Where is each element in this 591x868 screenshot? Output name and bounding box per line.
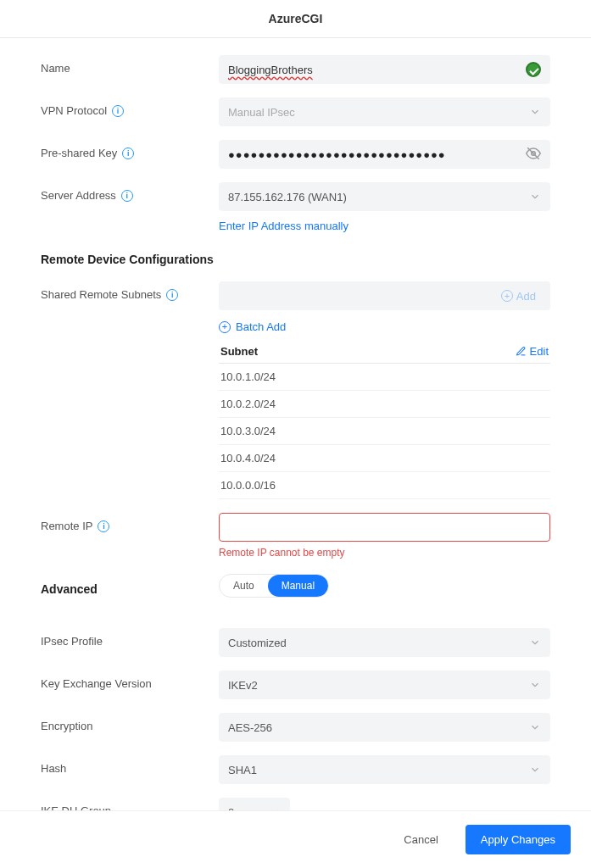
subnet-item: 10.0.2.0/24: [219, 391, 550, 418]
label-ipsec-profile: IPsec Profile: [41, 628, 219, 648]
edit-subnets-link[interactable]: Edit: [516, 345, 549, 358]
toggle-manual[interactable]: Manual: [268, 575, 328, 597]
encryption-select[interactable]: AES-256: [219, 713, 550, 742]
vpn-protocol-value: Manual IPsec: [228, 106, 529, 119]
info-icon[interactable]: i: [112, 105, 124, 117]
server-address-value: 87.155.162.176 (WAN1): [228, 191, 529, 203]
shared-subnet-input[interactable]: + Add: [219, 281, 550, 310]
remote-ip-error: Remote IP cannot be empty: [219, 547, 550, 559]
status-ok-icon: [526, 62, 541, 77]
info-icon[interactable]: i: [98, 520, 109, 532]
remote-ip-input[interactable]: [219, 513, 550, 542]
chevron-down-icon: [529, 764, 541, 776]
label-name: Name: [41, 55, 219, 75]
key-exchange-select[interactable]: IKEv2: [219, 670, 550, 699]
subnet-item: 10.0.4.0/24: [219, 445, 550, 472]
vpn-protocol-select[interactable]: Manual IPsec: [219, 97, 550, 126]
name-value: BloggingBrothers: [228, 64, 526, 76]
manual-ip-link[interactable]: Enter IP Address manually: [219, 220, 348, 232]
toggle-auto[interactable]: Auto: [220, 575, 268, 597]
eye-off-icon[interactable]: [526, 146, 541, 164]
label-key-exchange: Key Exchange Version: [41, 670, 219, 690]
info-icon[interactable]: i: [121, 190, 133, 202]
chevron-down-icon: [529, 106, 541, 118]
batch-add-link[interactable]: Batch Add: [236, 320, 286, 333]
page-title: AzureCGI: [0, 0, 591, 38]
label-psk: Pre-shared Key: [41, 147, 117, 159]
subnet-item: 10.0.1.0/24: [219, 364, 550, 391]
info-icon[interactable]: i: [122, 147, 134, 159]
server-address-select[interactable]: 87.155.162.176 (WAN1): [219, 182, 550, 211]
psk-input[interactable]: ●●●●●●●●●●●●●●●●●●●●●●●●●●●●●: [219, 140, 550, 169]
label-encryption: Encryption: [41, 713, 219, 732]
subnet-col-header: Subnet: [220, 345, 258, 358]
subnet-item: 10.0.0.0/16: [219, 472, 550, 499]
label-hash: Hash: [41, 755, 219, 775]
plus-icon: +: [501, 290, 513, 302]
chevron-down-icon: [529, 679, 541, 691]
label-vpn-protocol: VPN Protocol: [41, 104, 107, 117]
footer-actions: Cancel Apply Changes: [0, 810, 591, 868]
cancel-button[interactable]: Cancel: [393, 825, 448, 854]
section-advanced-title: Advanced: [41, 576, 219, 596]
ipsec-profile-select[interactable]: Customized: [219, 628, 550, 657]
info-icon[interactable]: i: [166, 289, 178, 301]
apply-button[interactable]: Apply Changes: [466, 825, 571, 854]
hash-select[interactable]: SHA1: [219, 755, 550, 784]
name-input[interactable]: BloggingBrothers: [219, 55, 550, 84]
psk-value: ●●●●●●●●●●●●●●●●●●●●●●●●●●●●●: [228, 148, 526, 161]
plus-icon: +: [219, 321, 231, 333]
add-subnet-button: + Add: [501, 290, 541, 303]
advanced-mode-toggle[interactable]: Auto Manual: [219, 574, 329, 598]
label-shared-subnets: Shared Remote Subnets: [41, 288, 161, 301]
chevron-down-icon: [529, 191, 541, 203]
subnet-list: 10.0.1.0/24 10.0.2.0/24 10.0.3.0/24 10.0…: [219, 363, 550, 499]
label-server-address: Server Address: [41, 189, 116, 202]
subnet-item: 10.0.3.0/24: [219, 418, 550, 445]
label-remote-ip: Remote IP: [41, 520, 92, 532]
chevron-down-icon: [529, 637, 541, 648]
form-body: Name BloggingBrothers VPN Protocol i Man…: [0, 38, 591, 868]
pencil-icon: [516, 346, 527, 357]
section-remote-title: Remote Device Configurations: [41, 253, 550, 266]
chevron-down-icon: [529, 721, 541, 733]
